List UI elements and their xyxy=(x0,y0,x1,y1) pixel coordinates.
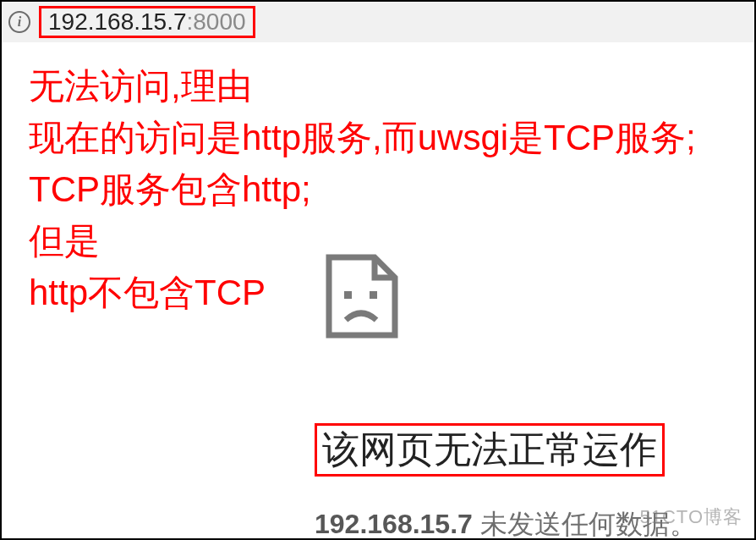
annotation-line-3: TCP服务包含http; xyxy=(29,164,722,216)
url-host: 192.168.15.7 xyxy=(48,8,187,35)
info-icon[interactable]: i xyxy=(8,11,30,33)
error-heading: 该网页无法正常运作 xyxy=(322,427,657,472)
watermark: 51CTO博客 xyxy=(639,504,742,530)
annotation-line-1: 无法访问,理由 xyxy=(29,61,722,113)
error-sub-host: 192.168.15.7 xyxy=(315,509,473,539)
annotation-overlay: 无法访问,理由 现在的访问是http服务,而uwsgi是TCP服务; TCP服务… xyxy=(29,61,722,318)
annotation-line-5: http不包含TCP xyxy=(29,267,722,319)
address-bar: i 192.168.15.7:8000 xyxy=(2,2,754,42)
page-content: 无法访问,理由 现在的访问是http服务,而uwsgi是TCP服务; TCP服务… xyxy=(2,42,754,538)
annotation-line-4: 但是 xyxy=(29,216,722,267)
annotation-line-2: 现在的访问是http服务,而uwsgi是TCP服务; xyxy=(29,113,722,164)
error-heading-box: 该网页无法正常运作 xyxy=(315,423,665,477)
info-glyph: i xyxy=(18,14,21,30)
url-port: :8000 xyxy=(187,8,246,35)
url-display[interactable]: 192.168.15.7:8000 xyxy=(39,6,255,38)
